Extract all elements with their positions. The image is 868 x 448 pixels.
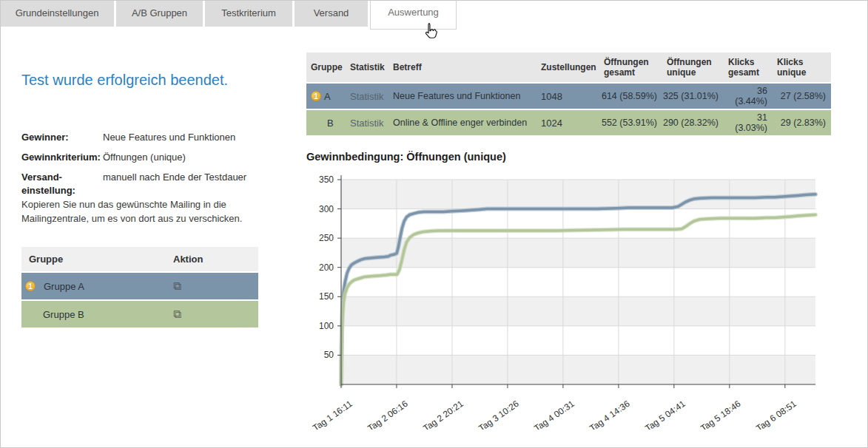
tab-versand[interactable]: Versand bbox=[295, 0, 368, 27]
field-label: Gewinnkriterium: bbox=[21, 151, 103, 164]
ab-test-window: Grundeinstellungen A/B Gruppen Testkrite… bbox=[0, 0, 868, 448]
svg-text:Tag 5 04:41: Tag 5 04:41 bbox=[643, 398, 687, 430]
copy-mailing-icon[interactable]: ⧉ bbox=[173, 279, 181, 292]
column-header-aktion: Aktion bbox=[173, 254, 203, 265]
group-letter: A bbox=[324, 91, 331, 102]
svg-text:Tag 6 08:51: Tag 6 08:51 bbox=[754, 398, 798, 430]
oeffnungen-gesamt-cell: 552 (53.91%) bbox=[599, 118, 662, 128]
column-header-klicks-gesamt: Klicks gesamt bbox=[724, 57, 773, 78]
tab-ab-gruppen[interactable]: A/B Gruppen bbox=[116, 0, 203, 27]
oeffnungen-gesamt-cell: 614 (58.59%) bbox=[599, 91, 662, 101]
svg-text:100: 100 bbox=[319, 321, 334, 331]
winner-badge-icon: 1 bbox=[311, 91, 321, 101]
oeffnungen-unique-cell: 290 (28.32%) bbox=[662, 118, 724, 128]
field-gewinnkriterium: Gewinnkriterium: Öffnungen (unique) bbox=[21, 151, 266, 164]
field-label: Gewinner: bbox=[21, 131, 103, 144]
group-name: Gruppe B bbox=[43, 309, 84, 320]
klicks-gesamt-cell: 31 (3.03%) bbox=[724, 112, 773, 133]
svg-text:Tag 1 16:11: Tag 1 16:11 bbox=[311, 398, 354, 430]
winner-badge-icon: 1 bbox=[25, 281, 36, 291]
field-label: Versand-einstellung: bbox=[21, 171, 103, 197]
tab-auswertung[interactable]: Auswertung bbox=[370, 0, 457, 30]
field-value: manuell nach Ende der Testdauer bbox=[103, 171, 266, 197]
field-gewinner: Gewinner: Neue Features und Funktionen bbox=[21, 131, 266, 144]
group-row-a[interactable]: 1 Gruppe A ⧉ bbox=[21, 273, 258, 299]
zustellungen-cell: 1048 bbox=[536, 91, 599, 102]
svg-text:Tag 4 14:36: Tag 4 14:36 bbox=[588, 398, 632, 430]
chart-title: Gewinnbedingung: Öffnungen (unique) bbox=[306, 151, 506, 163]
group-row-b[interactable]: Gruppe B ⧉ bbox=[21, 301, 258, 327]
hand-cursor-icon bbox=[422, 22, 441, 44]
table-row-group-b[interactable]: B Statistik Online & Offline enger verbi… bbox=[306, 110, 831, 135]
results-table: Gruppe Statistik Betreff Zustellungen Öf… bbox=[306, 52, 831, 135]
svg-text:300: 300 bbox=[319, 204, 334, 214]
klicks-unique-cell: 27 (2.58%) bbox=[773, 91, 831, 101]
line-chart: 50100150200250300350Tag 1 16:11Tag 2 06:… bbox=[295, 171, 859, 430]
klicks-unique-cell: 29 (2.83%) bbox=[773, 118, 831, 128]
svg-text:50: 50 bbox=[324, 350, 334, 360]
field-value: Öffnungen (unique) bbox=[103, 151, 266, 164]
statistik-link[interactable]: Statistik bbox=[350, 91, 384, 102]
svg-text:250: 250 bbox=[319, 233, 334, 243]
statistik-link[interactable]: Statistik bbox=[350, 118, 384, 129]
betreff-cell: Neue Features und Funktionen bbox=[391, 91, 536, 101]
field-versandeinstellung: Versand-einstellung: manuell nach Ende d… bbox=[21, 171, 266, 197]
svg-text:200: 200 bbox=[319, 262, 334, 273]
svg-text:Tag 2 20:21: Tag 2 20:21 bbox=[421, 398, 465, 430]
svg-text:150: 150 bbox=[319, 291, 334, 302]
svg-text:Tag 3 10:26: Tag 3 10:26 bbox=[477, 398, 521, 430]
tab-testkriterium[interactable]: Testkriterium bbox=[205, 0, 292, 27]
svg-text:Tag 2 06:16: Tag 2 06:16 bbox=[366, 398, 410, 430]
tab-grundeinstellungen[interactable]: Grundeinstellungen bbox=[0, 0, 114, 27]
result-summary: Gewinner: Neue Features und Funktionen G… bbox=[21, 131, 266, 204]
svg-text:Tag 4 00:31: Tag 4 00:31 bbox=[532, 398, 576, 430]
groups-table: Gruppe Aktion 1 Gruppe A ⧉ Gruppe B ⧉ bbox=[21, 247, 258, 327]
column-header-gruppe: Gruppe bbox=[21, 254, 173, 265]
klicks-gesamt-cell: 36 (3.44%) bbox=[724, 86, 773, 106]
instruction-note: Kopieren Sie nun das gewünschte Mailing … bbox=[21, 197, 261, 225]
column-header-gruppe: Gruppe bbox=[306, 62, 349, 72]
chart-canvas: 50100150200250300350Tag 1 16:11Tag 2 06:… bbox=[295, 171, 859, 430]
betreff-cell: Online & Offline enger verbinden bbox=[391, 118, 536, 128]
svg-text:350: 350 bbox=[319, 174, 334, 185]
group-letter: B bbox=[327, 118, 334, 129]
oeffnungen-unique-cell: 325 (31.01%) bbox=[662, 91, 724, 101]
column-header-betreff: Betreff bbox=[391, 62, 536, 72]
field-value: Neue Features und Funktionen bbox=[103, 131, 266, 144]
svg-text:Tag 5 18:46: Tag 5 18:46 bbox=[699, 398, 743, 430]
column-header-zustellungen: Zustellungen bbox=[536, 62, 599, 72]
copy-mailing-icon[interactable]: ⧉ bbox=[173, 308, 181, 320]
column-header-klicks-unique: Klicks unique bbox=[773, 57, 831, 78]
tab-bar: Grundeinstellungen A/B Gruppen Testkrite… bbox=[0, 0, 457, 30]
group-name: Gruppe A bbox=[44, 281, 84, 292]
results-table-header: Gruppe Statistik Betreff Zustellungen Öf… bbox=[306, 52, 831, 82]
column-header-oeffnungen-gesamt: Öffnungen gesamt bbox=[599, 57, 662, 78]
table-row-group-a[interactable]: 1 A Statistik Neue Features und Funktion… bbox=[306, 84, 831, 109]
column-header-statistik: Statistik bbox=[349, 62, 391, 72]
groups-table-header: Gruppe Aktion bbox=[21, 247, 258, 271]
success-message: Test wurde erfolgreich beendet. bbox=[21, 72, 228, 89]
column-header-oeffnungen-unique: Öffnungen unique bbox=[662, 57, 724, 78]
zustellungen-cell: 1024 bbox=[536, 118, 599, 129]
